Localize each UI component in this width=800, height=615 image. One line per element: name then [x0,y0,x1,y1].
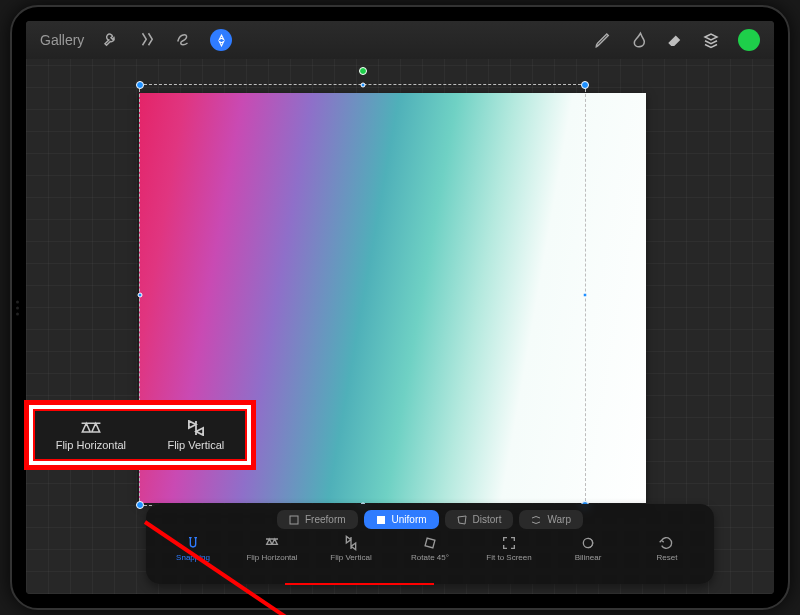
svg-rect-0 [290,516,298,524]
annotation-callout: Flip Horizontal Flip Vertical [24,400,256,470]
action-flip-h-label: Flip Horizontal [246,553,297,562]
svg-rect-3 [425,538,435,548]
mode-uniform-label: Uniform [392,514,427,525]
mode-uniform[interactable]: Uniform [364,510,439,529]
camera-indicator [16,300,19,315]
callout-flip-horizontal: Flip Horizontal [56,420,126,451]
ipad-frame: Gallery [10,5,790,610]
annotation-underline [285,583,434,585]
app-screen: Gallery [26,21,774,594]
svg-rect-1 [377,516,385,524]
smudge-icon[interactable] [630,31,648,49]
mode-warp[interactable]: Warp [519,510,583,529]
mode-distort-label: Distort [473,514,502,525]
adjust-icon[interactable] [138,31,156,49]
action-rotate-label: Rotate 45° [411,553,449,562]
brush-icon[interactable] [594,31,612,49]
action-row: Snapping Flip Horizontal Flip Vertical R… [156,535,704,562]
callout-flip-h-label: Flip Horizontal [56,439,126,451]
action-flip-horizontal[interactable]: Flip Horizontal [239,535,305,562]
gallery-button[interactable]: Gallery [40,32,84,48]
color-picker[interactable] [738,29,760,51]
mode-distort[interactable]: Distort [445,510,514,529]
action-reset[interactable]: Reset [634,535,700,562]
mode-warp-label: Warp [547,514,571,525]
wrench-icon[interactable] [102,31,120,49]
callout-flip-vertical: Flip Vertical [167,420,224,451]
callout-flip-v-label: Flip Vertical [167,439,224,451]
action-reset-label: Reset [657,553,678,562]
top-toolbar: Gallery [26,21,774,59]
handle-top-mid[interactable] [360,83,365,88]
handle-top-left[interactable] [136,81,144,89]
action-fit-to-screen[interactable]: Fit to Screen [476,535,542,562]
selection-icon[interactable] [174,31,192,49]
svg-marker-2 [458,516,466,524]
mode-freeform-label: Freeform [305,514,346,525]
handle-mid-left[interactable] [138,293,143,298]
action-bilinear[interactable]: Bilinear [555,535,621,562]
transform-icon[interactable] [210,29,232,51]
rotation-handle[interactable] [359,67,367,75]
handle-bottom-left[interactable] [136,501,144,509]
layers-icon[interactable] [702,31,720,49]
action-flip-vertical[interactable]: Flip Vertical [318,535,384,562]
mode-freeform[interactable]: Freeform [277,510,358,529]
action-flip-v-label: Flip Vertical [330,553,371,562]
mode-row: Freeform Uniform Distort Warp [156,510,704,529]
transform-toolbar: Freeform Uniform Distort Warp [146,504,714,584]
action-rotate-45[interactable]: Rotate 45° [397,535,463,562]
action-bilinear-label: Bilinear [575,553,602,562]
action-fit-label: Fit to Screen [486,553,531,562]
handle-top-right[interactable] [581,81,589,89]
handle-mid-right[interactable] [583,293,588,298]
eraser-icon[interactable] [666,31,684,49]
